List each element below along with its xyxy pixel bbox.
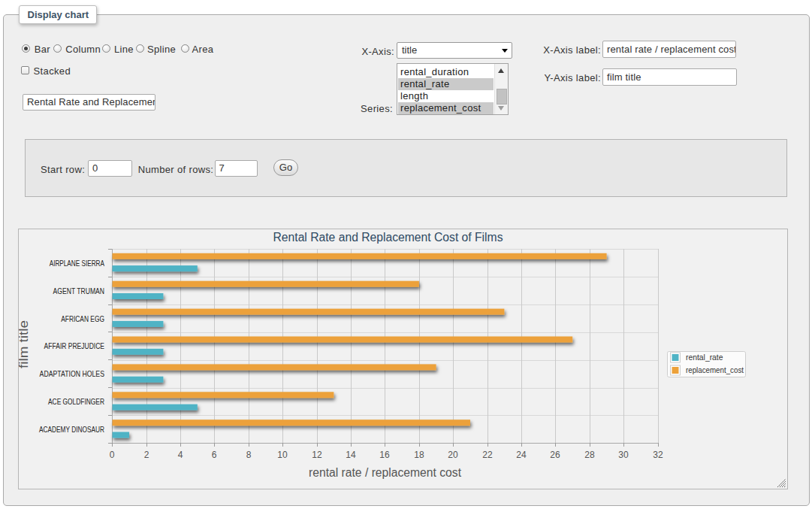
svg-text:4: 4	[178, 450, 183, 460]
svg-text:AFRICAN EGG: AFRICAN EGG	[61, 315, 104, 323]
svg-text:ACE GOLDFINGER: ACE GOLDFINGER	[48, 398, 104, 406]
svg-text:replacement_cost: replacement_cost	[686, 365, 744, 374]
svg-text:AGENT TRUMAN: AGENT TRUMAN	[53, 287, 104, 295]
svg-text:22: 22	[482, 450, 493, 460]
svg-text:ADAPTATION HOLES: ADAPTATION HOLES	[40, 370, 105, 378]
svg-text:32: 32	[653, 450, 663, 460]
svg-text:26: 26	[550, 450, 560, 460]
svg-text:18: 18	[414, 450, 424, 460]
svg-text:Rental Rate and Replacement Co: Rental Rate and Replacement Cost of Film…	[273, 231, 503, 244]
svg-text:30: 30	[618, 450, 629, 460]
svg-text:6: 6	[212, 450, 217, 460]
svg-text:ACADEMY DINOSAUR: ACADEMY DINOSAUR	[39, 426, 104, 434]
svg-text:0: 0	[110, 450, 115, 460]
svg-text:AIRPLANE SIERRA: AIRPLANE SIERRA	[50, 259, 104, 268]
svg-text:rental_rate: rental_rate	[686, 353, 723, 362]
svg-text:28: 28	[584, 450, 595, 460]
svg-text:film title: film title	[19, 320, 30, 368]
svg-text:8: 8	[246, 450, 252, 460]
svg-text:AFFAIR PREJUDICE: AFFAIR PREJUDICE	[44, 342, 105, 350]
svg-text:14: 14	[346, 450, 356, 460]
svg-text:20: 20	[448, 450, 458, 460]
svg-text:24: 24	[516, 450, 527, 460]
svg-text:rental rate / replacement cost: rental rate / replacement cost	[309, 466, 462, 479]
svg-text:10: 10	[277, 450, 288, 460]
svg-text:2: 2	[144, 450, 149, 460]
svg-text:12: 12	[312, 450, 322, 460]
svg-text:16: 16	[379, 450, 390, 460]
